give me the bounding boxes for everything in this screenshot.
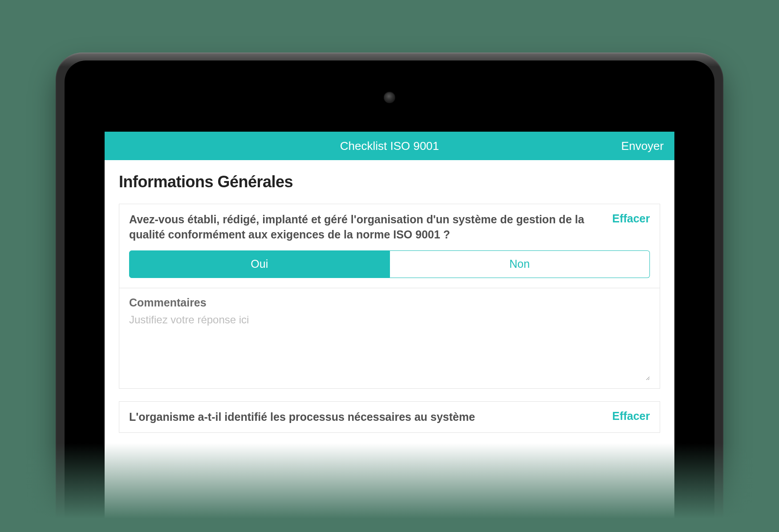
comments-block: Commentaires bbox=[119, 288, 660, 388]
tablet-bezel: Checklist ISO 9001 Envoyer Informations … bbox=[65, 60, 714, 532]
question-card: Avez-vous établi, rédigé, implanté et gé… bbox=[119, 204, 660, 389]
tablet-device-frame: Checklist ISO 9001 Envoyer Informations … bbox=[56, 52, 723, 532]
app-header: Checklist ISO 9001 Envoyer bbox=[105, 132, 674, 160]
question-text: L'organisme a-t-il identifié les process… bbox=[129, 410, 604, 425]
question-text: Avez-vous établi, rédigé, implanté et gé… bbox=[129, 212, 604, 242]
clear-button[interactable]: Effacer bbox=[612, 212, 650, 225]
app-screen: Checklist ISO 9001 Envoyer Informations … bbox=[105, 132, 674, 532]
comments-label: Commentaires bbox=[129, 296, 650, 309]
option-yes-button[interactable]: Oui bbox=[129, 250, 390, 278]
clear-button[interactable]: Effacer bbox=[612, 410, 650, 423]
yes-no-toggle: Oui Non bbox=[119, 250, 660, 288]
section-heading: Informations Générales bbox=[119, 173, 660, 191]
form-content: Informations Générales Avez-vous établi,… bbox=[105, 160, 674, 532]
question-card: L'organisme a-t-il identifié les process… bbox=[119, 401, 660, 433]
page-title: Checklist ISO 9001 bbox=[340, 139, 439, 153]
comments-input[interactable] bbox=[129, 314, 650, 380]
option-no-button[interactable]: Non bbox=[390, 250, 650, 278]
send-button[interactable]: Envoyer bbox=[621, 139, 664, 153]
camera-icon bbox=[384, 92, 395, 103]
